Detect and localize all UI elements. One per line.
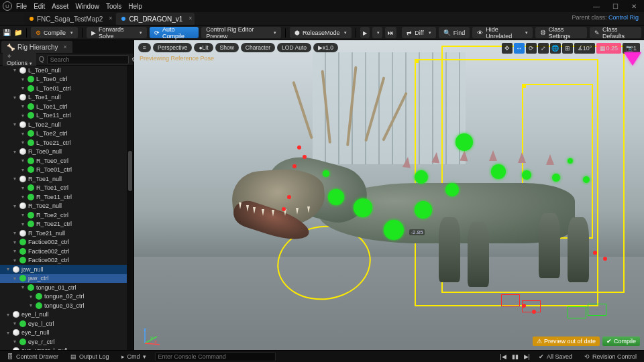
select-mode-icon[interactable]: ✥	[502, 43, 513, 54]
control-sphere[interactable]	[552, 174, 560, 182]
hierarchy-node[interactable]: ▾R_Toe21_null	[0, 229, 133, 238]
expand-arrow-icon[interactable]: ▾	[13, 248, 19, 254]
scrollbar-thumb[interactable]	[128, 151, 132, 191]
rig-hierarchy-tab[interactable]: 🦴 Rig Hierarchy ×	[1, 41, 72, 53]
control-sphere[interactable]	[568, 158, 573, 164]
expand-arrow-icon[interactable]: ▾	[13, 339, 19, 345]
control-sphere[interactable]	[415, 170, 428, 184]
cmd-dropdown[interactable]: ▸ Cmd ▾	[118, 353, 150, 361]
control-sphere[interactable]	[328, 189, 344, 205]
hierarchy-node[interactable]: ▾tongue_02_ctrl	[0, 292, 133, 302]
menu-help[interactable]: Help	[128, 3, 142, 10]
expand-arrow-icon[interactable]: ▾	[21, 158, 27, 164]
hierarchy-node[interactable]: ▾L_Toe0_ctrl	[0, 75, 133, 84]
expand-arrow-icon[interactable]: ▾	[21, 221, 27, 227]
diff-button[interactable]: ⇄ Diff	[402, 27, 435, 38]
skip-button[interactable]: ⏭	[385, 27, 396, 38]
hierarchy-node[interactable]: ▾tongue_03_ctrl	[0, 301, 133, 310]
hierarchy-node[interactable]: ▾R_Toe1_ctrl	[0, 184, 133, 193]
browse-icon[interactable]: 📁	[14, 28, 23, 38]
hierarchy-node[interactable]: ▾L_Toe1_ctrl	[0, 102, 133, 111]
hierarchy-node[interactable]: ▾L_Toe0_null	[0, 66, 133, 75]
control-sphere[interactable]	[354, 198, 372, 217]
output-log-button[interactable]: ▤ Output Log	[67, 353, 113, 361]
foot-control-box[interactable]	[588, 304, 606, 316]
translate-mode-icon[interactable]: ↔	[514, 43, 525, 54]
snap-grid-icon[interactable]: ⊞	[562, 43, 573, 54]
control-sphere[interactable]	[491, 164, 506, 179]
rotate-mode-icon[interactable]: ⟳	[526, 43, 537, 54]
lit-button[interactable]: ● Lit	[194, 43, 213, 52]
menu-tools[interactable]: Tools	[106, 3, 121, 10]
expand-arrow-icon[interactable]: ▾	[21, 185, 27, 191]
hierarchy-node[interactable]: ▾jaw_null	[0, 265, 133, 274]
hierarchy-node[interactable]: ▾R_Toe0_null	[0, 147, 133, 157]
panel-close-icon[interactable]: ×	[64, 44, 67, 50]
content-drawer-button[interactable]: 🗄 Content Drawer	[4, 353, 62, 361]
tab-close-icon[interactable]: ×	[109, 15, 112, 21]
find-button[interactable]: 🔍 Find	[439, 27, 470, 38]
expand-arrow-icon[interactable]: ▾	[13, 239, 19, 245]
control-sphere[interactable]	[445, 183, 459, 196]
expand-arrow-icon[interactable]: ▾	[7, 266, 12, 272]
expand-arrow-icon[interactable]: ▾	[13, 149, 19, 155]
scrollbar[interactable]	[127, 66, 133, 350]
hierarchy-node[interactable]: ▾eye_upper_l_null	[0, 347, 133, 351]
hierarchy-node[interactable]: ▾R_Toe2_null	[0, 202, 133, 211]
hierarchy-node[interactable]: ▾R_Toe1_null	[0, 174, 133, 184]
control-handle[interactable]	[292, 164, 297, 168]
expand-arrow-icon[interactable]: ▾	[7, 348, 12, 350]
hierarchy-node[interactable]: ▾tongue_01_ctrl	[0, 283, 133, 292]
expand-arrow-icon[interactable]: ▾	[21, 113, 27, 119]
control-sphere[interactable]	[455, 133, 473, 151]
control-handle[interactable]	[303, 155, 307, 159]
expand-arrow-icon[interactable]: ▾	[21, 167, 27, 173]
release-mode-button[interactable]: ⬢ ReleaseMode	[290, 27, 352, 38]
nav-cube-icon[interactable]	[624, 52, 641, 67]
hierarchy-node[interactable]: ▾L_Toe11_ctrl	[0, 111, 133, 121]
expand-arrow-icon[interactable]: ▾	[13, 95, 19, 101]
control-sphere[interactable]	[522, 170, 531, 180]
hierarchy-node[interactable]: ▾R_Toe01_ctrl	[0, 166, 133, 175]
class-settings-button[interactable]: Class Settings	[535, 27, 587, 38]
control-handle[interactable]	[287, 195, 291, 199]
menu-asset[interactable]: Asset	[52, 3, 68, 10]
expand-arrow-icon[interactable]: ▾	[21, 131, 27, 137]
playback-speed-button[interactable]: ▶ x1.0	[313, 43, 338, 52]
transport-next-icon[interactable]: ▶|	[524, 353, 530, 360]
compile-button[interactable]: ⚙Compile	[31, 27, 78, 38]
expand-arrow-icon[interactable]: ▾	[13, 203, 19, 209]
expand-arrow-icon[interactable]: ▾	[13, 320, 19, 326]
expand-arrow-icon[interactable]: ▾	[21, 139, 27, 145]
expand-arrow-icon[interactable]: ▾	[13, 67, 19, 73]
menu-file[interactable]: File	[16, 3, 27, 10]
expand-arrow-icon[interactable]: ▾	[21, 212, 27, 218]
document-tab[interactable]: FNC_Saga_TestMap2 ×	[24, 13, 115, 25]
revision-control-button[interactable]: ⟲ Revision Control	[581, 353, 640, 361]
menu-window[interactable]: Window	[75, 3, 99, 10]
maximize-button[interactable]: ☐	[608, 1, 623, 11]
hierarchy-node[interactable]: ▾R_Toe0_ctrl	[0, 156, 133, 166]
class-defaults-button[interactable]: ✎ Class Defaults	[590, 27, 641, 38]
expand-arrow-icon[interactable]: ▾	[21, 85, 27, 91]
hierarchy-node[interactable]: ▾Factice002_ctrl	[0, 256, 133, 265]
hierarchy-node[interactable]: ▾L_Toe2_null	[0, 120, 133, 129]
expand-arrow-icon[interactable]: ▾	[13, 257, 19, 263]
play-options-button[interactable]	[372, 27, 382, 38]
options-dropdown[interactable]: ✧ Options	[3, 52, 36, 67]
hierarchy-node[interactable]: ▾Factice002_ctrl	[0, 238, 133, 247]
parent-class-link[interactable]: Control Rig	[608, 14, 639, 21]
transport-pause-icon[interactable]: ▮▮	[512, 353, 519, 360]
hierarchy-node[interactable]: ▾R_Toe11_ctrl	[0, 192, 133, 202]
console-command-input[interactable]	[155, 352, 276, 361]
lod-button[interactable]: LOD Auto	[277, 43, 311, 52]
viewport-compile-button[interactable]: ✔ Compile	[602, 337, 640, 346]
expand-arrow-icon[interactable]: ▾	[21, 103, 27, 109]
hierarchy-node[interactable]: ▾eye_r_null	[0, 328, 133, 338]
hierarchy-node[interactable]: ▾L_Toe01_ctrl	[0, 84, 133, 93]
menu-edit[interactable]: Edit	[34, 3, 45, 10]
solve-direction-button[interactable]: ▶ Forwards Solve	[87, 27, 147, 38]
auto-compile-button[interactable]: ⟳ Auto Compile	[150, 27, 199, 38]
hide-unrelated-button[interactable]: 👁 Hide Unrelated	[472, 27, 533, 38]
expand-arrow-icon[interactable]: ▾	[7, 330, 12, 336]
